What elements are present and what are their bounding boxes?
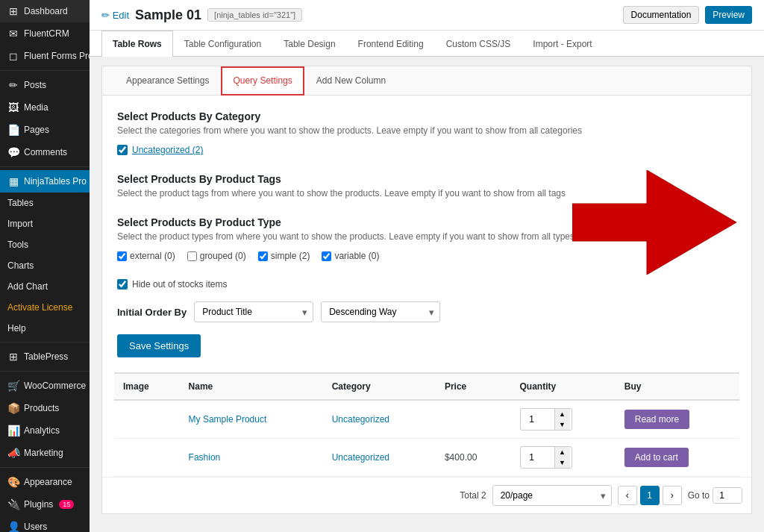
sub-tabs: Appearance Settings Query Settings Add N… [102, 66, 751, 96]
edit-pencil-icon: ✏ [101, 10, 110, 21]
sidebar-item-appearance[interactable]: 🎨 Appearance [0, 471, 90, 493]
sidebar-item-tools-ninja[interactable]: Tools [0, 234, 90, 255]
content-area: Appearance Settings Query Settings Add N… [90, 66, 764, 526]
page-1-button[interactable]: 1 [640, 486, 660, 505]
goto-wrap: Go to [688, 487, 742, 504]
per-page-select[interactable]: 10/page 20/page 50/page 100/page [492, 485, 612, 506]
documentation-button[interactable]: Documentation [623, 6, 700, 24]
tab-import-export[interactable]: Import - Export [522, 31, 603, 57]
sidebar-item-label: Dashboard [24, 6, 68, 16]
next-page-button[interactable]: › [663, 486, 682, 505]
order-direction-select[interactable]: Descending Way Ascending Way [321, 301, 440, 322]
sidebar-item-dashboard[interactable]: ⊞ Dashboard [0, 0, 90, 22]
row1-category: Uncategorized [323, 400, 436, 439]
section-by-type: Select Products By Product Type Select t… [117, 216, 736, 261]
sidebar-item-comments[interactable]: 💬 Comments [0, 141, 90, 163]
sub-tab-query-settings[interactable]: Query Settings [221, 66, 304, 96]
sidebar-item-woocommerce[interactable]: 🛒 WooCommerce [0, 375, 90, 397]
order-by-label: Initial Order By [117, 307, 187, 318]
prev-page-button[interactable]: ‹ [618, 486, 637, 505]
checkbox-variable[interactable] [322, 251, 331, 261]
sidebar-item-media[interactable]: 🖼 Media [0, 96, 90, 119]
row1-category-link[interactable]: Uncategorized [332, 414, 389, 425]
category-uncategorized-checkbox[interactable] [117, 145, 128, 155]
row2-category-link[interactable]: Uncategorized [332, 452, 389, 463]
page-title: Sample 01 [135, 7, 201, 23]
ninjatables-icon: ▦ [7, 175, 19, 187]
sidebar-item-label: Charts [7, 260, 34, 271]
preview-button[interactable]: Preview [705, 6, 752, 24]
add-to-cart-button[interactable]: Add to cart [624, 448, 689, 467]
sidebar-item-posts[interactable]: ✏ Posts [0, 74, 90, 96]
sidebar-item-fluentcrm[interactable]: ✉ FluentCRM [0, 22, 90, 45]
sub-tab-add-new-column[interactable]: Add New Column [304, 66, 398, 95]
sidebar-item-users[interactable]: 👤 Users [0, 516, 90, 532]
sidebar-divider-5 [0, 467, 90, 468]
hide-out-of-stock-checkbox[interactable] [117, 279, 128, 290]
sidebar-item-tables[interactable]: Tables [0, 193, 90, 213]
row1-qty-up[interactable]: ▲ [555, 409, 570, 419]
tab-table-design[interactable]: Table Design [272, 31, 346, 57]
sidebar-item-label: Posts [24, 80, 46, 90]
sidebar-item-plugins[interactable]: 🔌 Plugins 15 [0, 493, 90, 516]
row1-qty-input[interactable] [521, 411, 554, 428]
tab-table-configuration[interactable]: Table Configuration [173, 31, 272, 57]
order-by-select[interactable]: Product Title Product Price Date [194, 301, 313, 322]
label-simple: simple (2) [271, 251, 310, 261]
sidebar-item-charts[interactable]: Charts [0, 255, 90, 276]
section-tags-title: Select Products By Product Tags [117, 173, 736, 185]
edit-link[interactable]: ✏ Edit [101, 10, 129, 21]
col-category: Category [323, 373, 436, 400]
row1-qty-down[interactable]: ▼ [555, 419, 570, 430]
order-direction-select-wrap: Descending Way Ascending Way [321, 301, 440, 322]
row2-qty-arrows: ▲ ▼ [554, 447, 570, 468]
goto-input[interactable] [713, 487, 742, 504]
sidebar-item-products[interactable]: 📦 Products [0, 397, 90, 419]
topbar-right: Documentation Preview [623, 6, 752, 24]
sidebar-item-label: Help [7, 323, 26, 334]
row1-buy: Read more [616, 400, 739, 439]
sidebar-item-addchart[interactable]: Add Chart [0, 276, 90, 297]
read-more-button[interactable]: Read more [624, 410, 689, 429]
tab-table-rows[interactable]: Table Rows [101, 31, 173, 57]
sidebar-item-analytics[interactable]: 📊 Analytics [0, 419, 90, 442]
save-settings-button[interactable]: Save Settings [117, 334, 201, 357]
sidebar-item-fluentforms[interactable]: ◻ Fluent Forms Pro [0, 45, 90, 67]
col-quantity: Quantity [511, 373, 616, 400]
col-buy: Buy [616, 373, 739, 400]
sidebar-item-ninjatables[interactable]: ▦ NinjaTables Pro [0, 170, 90, 193]
row1-name-link[interactable]: My Sample Product [189, 414, 267, 425]
row2-name-link[interactable]: Fashion [189, 452, 221, 463]
checkbox-external[interactable] [117, 251, 127, 261]
col-name: Name [180, 373, 323, 400]
row2-qty-up[interactable]: ▲ [555, 447, 570, 457]
category-uncategorized-label[interactable]: Uncategorized (2) [132, 145, 203, 155]
row1-image [114, 400, 180, 439]
sidebar-item-label: Plugins [24, 499, 53, 510]
product-type-variable: variable (0) [322, 251, 379, 261]
table-row: Fashion Uncategorized $400.00 [114, 439, 739, 477]
checkbox-grouped[interactable] [187, 251, 197, 261]
sidebar-item-import[interactable]: Import [0, 213, 90, 234]
tab-frontend-editing[interactable]: Frontend Editing [347, 31, 435, 57]
tab-custom-css-js[interactable]: Custom CSS/JS [435, 31, 522, 57]
sidebar-item-marketing[interactable]: 📣 Marketing [0, 442, 90, 464]
sidebar-item-label: Marketing [24, 448, 63, 458]
row2-qty-down[interactable]: ▼ [555, 457, 570, 468]
sidebar-item-help[interactable]: Help [0, 318, 90, 339]
sidebar-item-label: Appearance [24, 477, 72, 487]
plugins-badge: 15 [59, 500, 74, 509]
checkbox-simple[interactable] [258, 251, 268, 261]
sidebar-item-label: Media [24, 102, 48, 113]
sidebar-item-activatelicense[interactable]: Activate License [0, 297, 90, 318]
fluentcrm-icon: ✉ [7, 28, 19, 40]
row2-quantity: ▲ ▼ [511, 439, 616, 477]
sidebar-item-pages[interactable]: 📄 Pages [0, 119, 90, 141]
row2-category: Uncategorized [323, 439, 436, 477]
row2-qty-input[interactable] [521, 449, 554, 466]
sidebar-divider [0, 70, 90, 71]
sidebar-item-tablepress[interactable]: ⊞ TablePress [0, 345, 90, 368]
product-type-row: external (0) grouped (0) simple (2) [117, 251, 736, 261]
sub-tab-appearance-settings[interactable]: Appearance Settings [114, 66, 221, 95]
sidebar-divider-2 [0, 166, 90, 167]
